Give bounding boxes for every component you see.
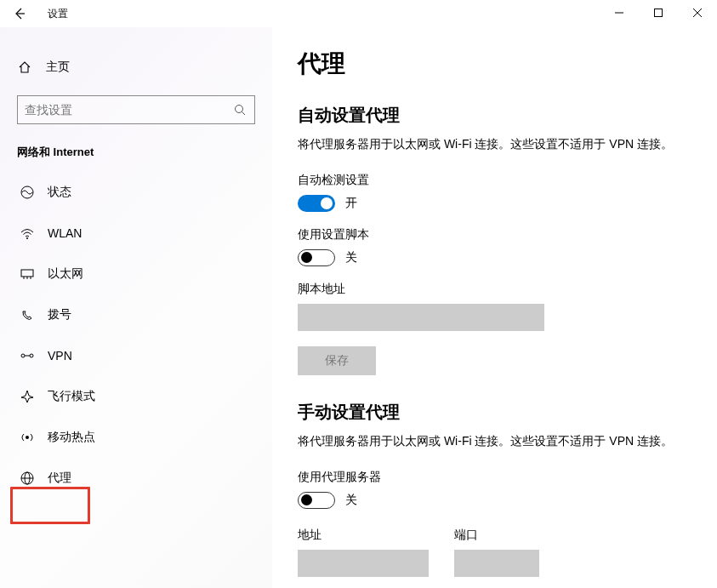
- svg-rect-2: [655, 9, 663, 17]
- sidebar-item-ethernet[interactable]: 以太网: [17, 257, 255, 291]
- hotspot-icon: [19, 430, 36, 445]
- sidebar-item-vpn[interactable]: VPN: [17, 339, 255, 373]
- sidebar-item-wlan[interactable]: WLAN: [17, 216, 255, 250]
- ethernet-icon: [19, 266, 36, 282]
- dialup-icon: [19, 307, 36, 323]
- vpn-icon: [19, 348, 36, 363]
- sidebar: 主页 网络和 Internet 状态 WLAN 以太网: [0, 27, 272, 588]
- maximize-button[interactable]: [639, 0, 678, 26]
- svg-line-6: [242, 112, 246, 116]
- address-label: 地址: [298, 528, 429, 543]
- sidebar-item-label: WLAN: [48, 226, 82, 240]
- sidebar-item-label: VPN: [48, 349, 72, 363]
- status-icon: [19, 185, 36, 200]
- sidebar-item-airplane[interactable]: 飞行模式: [17, 380, 255, 414]
- script-address-input[interactable]: [298, 304, 544, 331]
- svg-point-14: [30, 354, 33, 357]
- wifi-icon: [19, 225, 36, 241]
- airplane-icon: [19, 389, 36, 404]
- sidebar-item-proxy[interactable]: 代理: [17, 461, 255, 495]
- sidebar-item-label: 移动热点: [48, 430, 95, 445]
- auto-detect-label: 自动检测设置: [298, 173, 697, 188]
- sidebar-item-status[interactable]: 状态: [17, 175, 255, 209]
- port-input[interactable]: [454, 550, 539, 577]
- svg-point-13: [21, 354, 25, 357]
- manual-desc: 将代理服务器用于以太网或 Wi-Fi 连接。这些设置不适用于 VPN 连接。: [298, 434, 697, 449]
- use-proxy-toggle[interactable]: [298, 492, 335, 509]
- sidebar-item-label: 飞行模式: [48, 389, 95, 404]
- sidebar-category: 网络和 Internet: [17, 145, 255, 160]
- sidebar-item-label: 以太网: [48, 266, 83, 282]
- manual-heading: 手动设置代理: [298, 401, 697, 424]
- sidebar-item-label: 代理: [48, 471, 71, 486]
- close-icon: [693, 9, 702, 17]
- svg-point-5: [236, 106, 243, 113]
- minimize-button[interactable]: [600, 0, 639, 26]
- use-script-label: 使用设置脚本: [298, 227, 697, 243]
- auto-desc: 将代理服务器用于以太网或 Wi-Fi 连接。这些设置不适用于 VPN 连接。: [298, 137, 697, 152]
- close-button[interactable]: [678, 0, 717, 26]
- sidebar-item-label: 拨号: [48, 307, 71, 323]
- auto-detect-state: 开: [345, 196, 357, 211]
- use-proxy-state: 关: [345, 493, 357, 508]
- back-button[interactable]: [7, 1, 32, 26]
- main-panel: 代理 自动设置代理 将代理服务器用于以太网或 Wi-Fi 连接。这些设置不适用于…: [272, 27, 717, 588]
- sidebar-home[interactable]: 主页: [17, 51, 255, 83]
- svg-point-16: [26, 436, 29, 439]
- home-icon: [17, 60, 32, 74]
- save-button[interactable]: 保存: [298, 346, 376, 375]
- script-address-label: 脚本地址: [298, 282, 697, 297]
- port-label: 端口: [454, 528, 539, 543]
- page-title: 代理: [298, 48, 697, 80]
- use-script-state: 关: [345, 250, 357, 265]
- maximize-icon: [654, 9, 663, 17]
- use-proxy-label: 使用代理服务器: [298, 470, 697, 485]
- auto-heading: 自动设置代理: [298, 104, 697, 127]
- search-input-container[interactable]: [17, 95, 255, 124]
- address-input[interactable]: [298, 550, 429, 577]
- sidebar-home-label: 主页: [46, 60, 70, 75]
- globe-icon: [19, 471, 36, 486]
- sidebar-item-label: 状态: [48, 185, 71, 200]
- use-script-toggle[interactable]: [298, 249, 335, 266]
- minimize-icon: [615, 9, 623, 17]
- search-input[interactable]: [25, 103, 232, 117]
- search-icon: [232, 104, 248, 116]
- sidebar-item-dialup[interactable]: 拨号: [17, 298, 255, 332]
- auto-detect-toggle[interactable]: [298, 195, 335, 212]
- arrow-left-icon: [13, 7, 26, 20]
- svg-rect-9: [21, 270, 33, 277]
- window-title: 设置: [48, 7, 68, 21]
- sidebar-item-hotspot[interactable]: 移动热点: [17, 420, 255, 454]
- svg-point-8: [26, 237, 28, 239]
